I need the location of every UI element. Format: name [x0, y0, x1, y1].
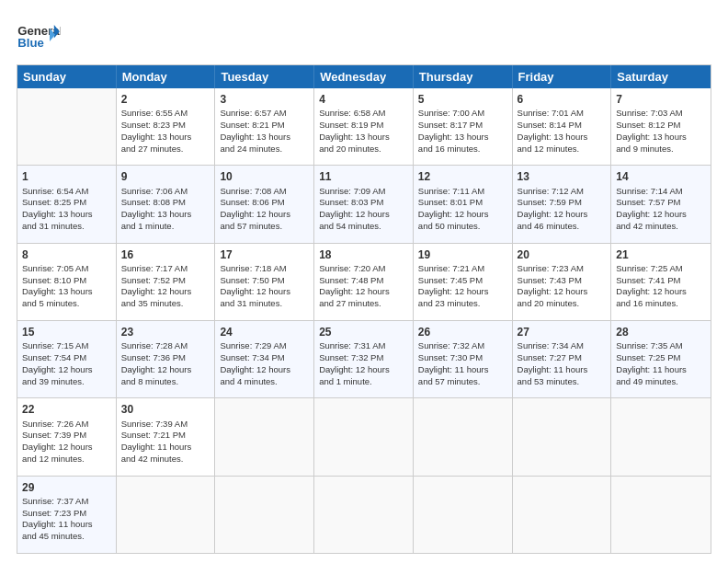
- day-info: Sunrise: 7:11 AM Sunset: 8:01 PM Dayligh…: [418, 186, 489, 231]
- calendar-cell: 8Sunrise: 7:05 AM Sunset: 8:10 PM Daylig…: [17, 244, 117, 320]
- calendar-cell: [17, 88, 117, 165]
- calendar-cell: 20Sunrise: 7:23 AM Sunset: 7:43 PM Dayli…: [513, 244, 612, 320]
- calendar-cell: [611, 398, 711, 475]
- header: General Blue: [17, 17, 711, 55]
- day-info: Sunrise: 7:00 AM Sunset: 8:17 PM Dayligh…: [418, 108, 489, 153]
- day-number: 11: [319, 169, 408, 184]
- day-number: 4: [319, 92, 408, 107]
- calendar-cell: 7Sunrise: 7:03 AM Sunset: 8:12 PM Daylig…: [611, 88, 711, 165]
- calendar: SundayMondayTuesdayWednesdayThursdayFrid…: [17, 64, 711, 554]
- day-info: Sunrise: 7:23 AM Sunset: 7:43 PM Dayligh…: [518, 263, 588, 308]
- header-cell-monday: Monday: [117, 65, 216, 88]
- calendar-cell: [314, 398, 414, 475]
- calendar-cell: 3Sunrise: 6:57 AM Sunset: 8:21 PM Daylig…: [215, 88, 314, 165]
- calendar-cell: 27Sunrise: 7:34 AM Sunset: 7:27 PM Dayli…: [513, 321, 612, 397]
- day-number: 10: [220, 169, 309, 184]
- day-info: Sunrise: 7:05 AM Sunset: 8:10 PM Dayligh…: [22, 263, 93, 308]
- day-number: 20: [518, 247, 607, 262]
- calendar-cell: 25Sunrise: 7:31 AM Sunset: 7:32 PM Dayli…: [314, 321, 414, 397]
- header-cell-friday: Friday: [513, 65, 612, 88]
- day-number: 26: [418, 325, 507, 339]
- day-number: 9: [121, 169, 210, 184]
- day-number: 18: [319, 247, 408, 262]
- calendar-body: 2Sunrise: 6:55 AM Sunset: 8:23 PM Daylig…: [17, 88, 711, 553]
- day-info: Sunrise: 7:17 AM Sunset: 7:52 PM Dayligh…: [121, 263, 192, 308]
- day-number: 7: [616, 92, 706, 107]
- day-info: Sunrise: 6:58 AM Sunset: 8:19 PM Dayligh…: [319, 108, 390, 153]
- day-info: Sunrise: 7:03 AM Sunset: 8:12 PM Dayligh…: [616, 108, 687, 153]
- calendar-cell: 5Sunrise: 7:00 AM Sunset: 8:17 PM Daylig…: [414, 88, 513, 165]
- day-info: Sunrise: 7:34 AM Sunset: 7:27 PM Dayligh…: [518, 340, 588, 385]
- calendar-cell: 11Sunrise: 7:09 AM Sunset: 8:03 PM Dayli…: [314, 166, 414, 242]
- day-info: Sunrise: 7:29 AM Sunset: 7:34 PM Dayligh…: [220, 340, 290, 385]
- calendar-cell: [513, 398, 612, 475]
- calendar-cell: [414, 398, 513, 475]
- day-number: 28: [616, 325, 706, 339]
- header-cell-tuesday: Tuesday: [215, 65, 314, 88]
- calendar-cell: 23Sunrise: 7:28 AM Sunset: 7:36 PM Dayli…: [117, 321, 216, 397]
- calendar-cell: [414, 477, 513, 553]
- logo: General Blue: [17, 17, 61, 55]
- calendar-cell: 15Sunrise: 7:15 AM Sunset: 7:54 PM Dayli…: [17, 321, 117, 397]
- day-number: 8: [22, 247, 111, 262]
- day-number: 5: [418, 92, 507, 107]
- logo-icon: General Blue: [17, 17, 61, 55]
- calendar-row-1: 2Sunrise: 6:55 AM Sunset: 8:23 PM Daylig…: [17, 88, 711, 166]
- day-info: Sunrise: 7:06 AM Sunset: 8:08 PM Dayligh…: [121, 186, 192, 231]
- day-info: Sunrise: 7:28 AM Sunset: 7:36 PM Dayligh…: [121, 340, 192, 385]
- calendar-header: SundayMondayTuesdayWednesdayThursdayFrid…: [17, 65, 711, 88]
- header-cell-thursday: Thursday: [414, 65, 513, 88]
- day-info: Sunrise: 6:54 AM Sunset: 8:25 PM Dayligh…: [22, 186, 93, 231]
- day-info: Sunrise: 7:32 AM Sunset: 7:30 PM Dayligh…: [418, 340, 489, 385]
- day-info: Sunrise: 7:26 AM Sunset: 7:39 PM Dayligh…: [22, 419, 93, 464]
- calendar-cell: 14Sunrise: 7:14 AM Sunset: 7:57 PM Dayli…: [611, 166, 711, 242]
- day-info: Sunrise: 7:09 AM Sunset: 8:03 PM Dayligh…: [319, 186, 390, 231]
- calendar-cell: 28Sunrise: 7:35 AM Sunset: 7:25 PM Dayli…: [611, 321, 711, 397]
- header-cell-saturday: Saturday: [611, 65, 711, 88]
- calendar-cell: 24Sunrise: 7:29 AM Sunset: 7:34 PM Dayli…: [215, 321, 314, 397]
- calendar-cell: 12Sunrise: 7:11 AM Sunset: 8:01 PM Dayli…: [414, 166, 513, 242]
- day-info: Sunrise: 7:15 AM Sunset: 7:54 PM Dayligh…: [22, 340, 93, 385]
- calendar-row-2: 1Sunrise: 6:54 AM Sunset: 8:25 PM Daylig…: [17, 166, 711, 243]
- day-info: Sunrise: 6:57 AM Sunset: 8:21 PM Dayligh…: [220, 108, 290, 153]
- calendar-cell: 16Sunrise: 7:17 AM Sunset: 7:52 PM Dayli…: [117, 244, 216, 320]
- day-number: 2: [121, 92, 210, 107]
- day-number: 16: [121, 247, 210, 262]
- day-number: 22: [22, 402, 111, 417]
- calendar-cell: 9Sunrise: 7:06 AM Sunset: 8:08 PM Daylig…: [117, 166, 216, 242]
- calendar-cell: 30Sunrise: 7:39 AM Sunset: 7:21 PM Dayli…: [117, 398, 216, 475]
- calendar-cell: [215, 477, 314, 553]
- day-number: 24: [220, 325, 309, 339]
- day-number: 13: [518, 169, 607, 184]
- calendar-cell: 22Sunrise: 7:26 AM Sunset: 7:39 PM Dayli…: [17, 398, 117, 475]
- day-number: 17: [220, 247, 309, 262]
- calendar-cell: 19Sunrise: 7:21 AM Sunset: 7:45 PM Dayli…: [414, 244, 513, 320]
- day-info: Sunrise: 7:18 AM Sunset: 7:50 PM Dayligh…: [220, 263, 290, 308]
- day-number: 3: [220, 92, 309, 107]
- svg-text:Blue: Blue: [17, 36, 44, 50]
- calendar-cell: 1Sunrise: 6:54 AM Sunset: 8:25 PM Daylig…: [17, 166, 117, 242]
- calendar-cell: 6Sunrise: 7:01 AM Sunset: 8:14 PM Daylig…: [513, 88, 612, 165]
- day-info: Sunrise: 7:20 AM Sunset: 7:48 PM Dayligh…: [319, 263, 390, 308]
- day-info: Sunrise: 7:37 AM Sunset: 7:23 PM Dayligh…: [22, 496, 93, 541]
- day-number: 27: [518, 325, 607, 339]
- calendar-cell: [215, 398, 314, 475]
- calendar-cell: [513, 477, 612, 553]
- day-number: 21: [616, 247, 706, 262]
- day-info: Sunrise: 7:25 AM Sunset: 7:41 PM Dayligh…: [616, 263, 687, 308]
- day-number: 6: [518, 92, 607, 107]
- calendar-cell: [611, 477, 711, 553]
- calendar-row-3: 8Sunrise: 7:05 AM Sunset: 8:10 PM Daylig…: [17, 244, 711, 321]
- calendar-cell: [314, 477, 414, 553]
- calendar-cell: 26Sunrise: 7:32 AM Sunset: 7:30 PM Dayli…: [414, 321, 513, 397]
- calendar-cell: 18Sunrise: 7:20 AM Sunset: 7:48 PM Dayli…: [314, 244, 414, 320]
- day-info: Sunrise: 7:35 AM Sunset: 7:25 PM Dayligh…: [616, 340, 687, 385]
- day-info: Sunrise: 7:14 AM Sunset: 7:57 PM Dayligh…: [616, 186, 687, 231]
- day-info: Sunrise: 7:39 AM Sunset: 7:21 PM Dayligh…: [121, 419, 192, 464]
- day-info: Sunrise: 7:08 AM Sunset: 8:06 PM Dayligh…: [220, 186, 290, 231]
- day-info: Sunrise: 6:55 AM Sunset: 8:23 PM Dayligh…: [121, 108, 192, 153]
- day-info: Sunrise: 7:01 AM Sunset: 8:14 PM Dayligh…: [518, 108, 588, 153]
- header-cell-sunday: Sunday: [17, 65, 117, 88]
- day-number: 25: [319, 325, 408, 339]
- day-info: Sunrise: 7:31 AM Sunset: 7:32 PM Dayligh…: [319, 340, 390, 385]
